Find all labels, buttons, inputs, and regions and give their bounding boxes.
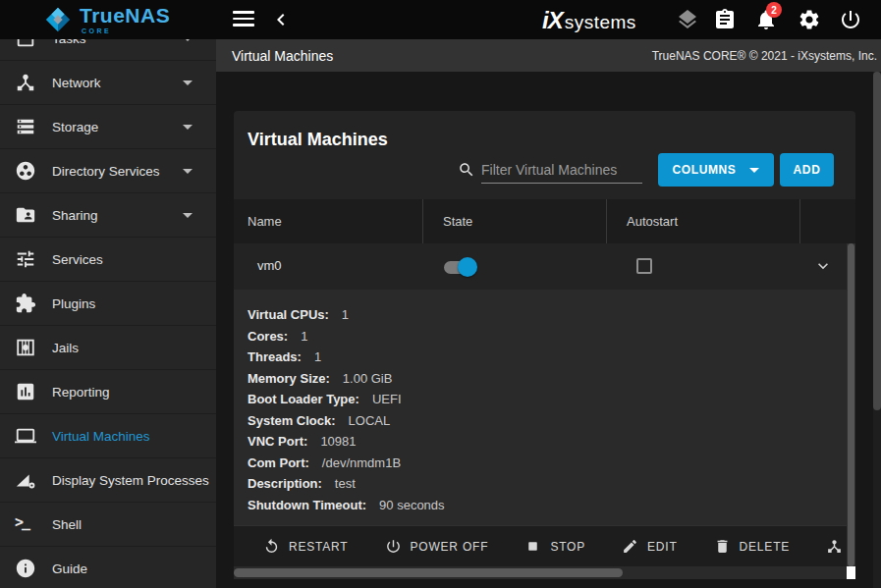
ix-word: systems	[565, 12, 636, 33]
detail-row: Description:test	[248, 473, 855, 495]
chevron-down-icon	[183, 125, 193, 130]
delete-button[interactable]: DELETE	[714, 538, 790, 555]
column-header-name[interactable]: Name	[234, 199, 422, 243]
sidebar-item-storage[interactable]: Storage	[0, 105, 216, 149]
filter-input[interactable]	[481, 156, 642, 184]
truenas-app: TrueNAS CORE iX systems 2 Virtu	[0, 0, 881, 588]
menu-toggle-icon[interactable]	[233, 11, 254, 27]
top-bar: TrueNAS CORE iX systems 2	[0, 0, 881, 39]
delete-icon	[714, 538, 731, 555]
vertical-scrollbar-thumb[interactable]	[848, 243, 854, 566]
sidebar-item-reporting[interactable]: Reporting	[0, 370, 216, 414]
truenas-logo[interactable]: TrueNAS CORE	[43, 5, 170, 34]
sidebar-item-tasks[interactable]: Tasks	[0, 39, 216, 61]
vm-name: vm0	[257, 258, 282, 273]
sidebar-item-label: Reporting	[52, 385, 110, 400]
detail-row: System Clock:LOCAL	[248, 410, 855, 432]
virtual-machines-card: Virtual Machines COLUMNS ADD Name State …	[234, 111, 855, 579]
sidebar-item-network[interactable]: Network	[0, 61, 216, 105]
services-icon	[15, 248, 36, 270]
sidebar-item-services[interactable]: Services	[0, 238, 216, 282]
devices-icon	[826, 538, 843, 555]
detail-row: VNC Port:10981	[248, 431, 855, 453]
sidebar-item-label: Display System Processes	[52, 473, 209, 488]
detail-row: Cores:1	[248, 326, 855, 347]
back-chevron-icon[interactable]	[269, 8, 293, 31]
system-processes-icon	[15, 469, 36, 491]
columns-button[interactable]: COLUMNS	[658, 153, 774, 187]
breadcrumb: Virtual Machines	[232, 48, 333, 64]
sidebar-item-label: Jails	[52, 341, 79, 355]
truecommand-icon[interactable]	[676, 8, 699, 31]
sidebar-item-jails[interactable]: Jails	[0, 326, 216, 370]
notification-badge: 2	[766, 2, 782, 18]
detail-row: Virtual CPUs:1	[248, 304, 855, 326]
detail-row: Memory Size:1.00 GiB	[248, 368, 855, 390]
autostart-checkbox[interactable]	[636, 258, 652, 274]
sidebar-item-label: Directory Services	[52, 164, 160, 179]
state-toggle[interactable]	[442, 259, 477, 275]
page-title: Virtual Machines	[248, 130, 388, 150]
guide-info-icon	[15, 558, 36, 579]
vm-details-panel: Virtual CPUs:1 Cores:1 Threads:1 Memory …	[234, 290, 855, 525]
power-icon[interactable]	[839, 8, 862, 31]
table-horizontal-scrollbar[interactable]	[234, 566, 855, 579]
notifications-bell-icon[interactable]: 2	[754, 8, 778, 31]
virtual-machines-icon	[15, 425, 36, 447]
sidebar-item-label: Virtual Machines	[52, 429, 150, 444]
sidebar-item-label: Services	[52, 252, 103, 267]
page-scrollbar-thumb[interactable]	[873, 72, 881, 410]
truenas-diamond-icon	[43, 5, 73, 34]
jobs-clipboard-icon[interactable]	[713, 8, 737, 31]
table-vertical-scrollbar[interactable]	[847, 243, 855, 566]
chevron-down-icon	[183, 213, 193, 218]
edit-icon	[622, 538, 638, 555]
sidebar-item-label: Tasks	[52, 39, 86, 46]
column-header-autostart[interactable]: Autostart	[606, 199, 799, 243]
sidebar-item-display-system-processes[interactable]: Display System Processes	[0, 458, 216, 503]
detail-row: Shutdown Timeout:90 seconds	[248, 495, 855, 516]
detail-row: Com Port:/dev/nmdm1B	[248, 453, 855, 474]
sidebar-item-directory-services[interactable]: Directory Services	[0, 149, 216, 193]
add-button[interactable]: ADD	[780, 153, 834, 187]
sidebar-item-virtual-machines[interactable]: Virtual Machines	[0, 414, 216, 458]
plugins-icon	[15, 293, 36, 314]
sidebar-item-label: Guide	[52, 561, 87, 576]
column-header-state[interactable]: State	[422, 199, 606, 243]
reporting-icon	[15, 381, 36, 402]
settings-gear-icon[interactable]	[798, 8, 821, 31]
copyright-text: TrueNAS CORE® © 2021 - iXsystems, Inc.	[652, 49, 877, 63]
expand-row-chevron-icon[interactable]	[813, 256, 833, 276]
page-scrollbar[interactable]	[873, 72, 881, 588]
column-header-expand	[799, 199, 855, 243]
chevron-down-icon	[183, 80, 193, 85]
jails-icon	[15, 337, 36, 358]
detail-row: Boot Loader Type:UEFI	[248, 389, 855, 410]
table-row[interactable]: vm0	[234, 243, 855, 290]
stop-button[interactable]: STOP	[524, 538, 585, 555]
stop-icon	[524, 538, 541, 555]
edit-button[interactable]: EDIT	[622, 538, 678, 555]
sidebar-item-shell[interactable]: >_ Shell	[0, 503, 216, 547]
brand-name: TrueNAS	[80, 5, 170, 26]
restart-button[interactable]: RESTART	[263, 538, 349, 555]
brand-sub: CORE	[82, 27, 170, 34]
scrollbar-corner	[847, 566, 855, 579]
breadcrumb-bar: Virtual Machines TrueNAS CORE® © 2021 - …	[216, 39, 881, 72]
shell-icon: >_	[15, 513, 36, 535]
ixsystems-logo: iX systems	[542, 7, 636, 34]
network-icon	[15, 72, 36, 93]
vm-action-bar: RESTART POWER OFF STOP EDIT DELETE DEVIC…	[234, 525, 855, 566]
table-header: Name State Autostart	[234, 199, 855, 243]
sidebar-item-guide[interactable]: Guide	[0, 547, 216, 588]
sidebar-item-label: Shell	[52, 517, 82, 532]
directory-services-icon	[15, 160, 36, 182]
search-icon	[458, 161, 475, 179]
power-off-button[interactable]: POWER OFF	[385, 538, 489, 555]
sidebar-item-sharing[interactable]: Sharing	[0, 193, 216, 238]
storage-icon	[15, 116, 36, 137]
sidebar-item-label: Plugins	[52, 296, 95, 311]
sidebar-item-plugins[interactable]: Plugins	[0, 282, 216, 326]
detail-row: Threads:1	[248, 347, 855, 368]
horizontal-scrollbar-thumb[interactable]	[234, 568, 623, 577]
